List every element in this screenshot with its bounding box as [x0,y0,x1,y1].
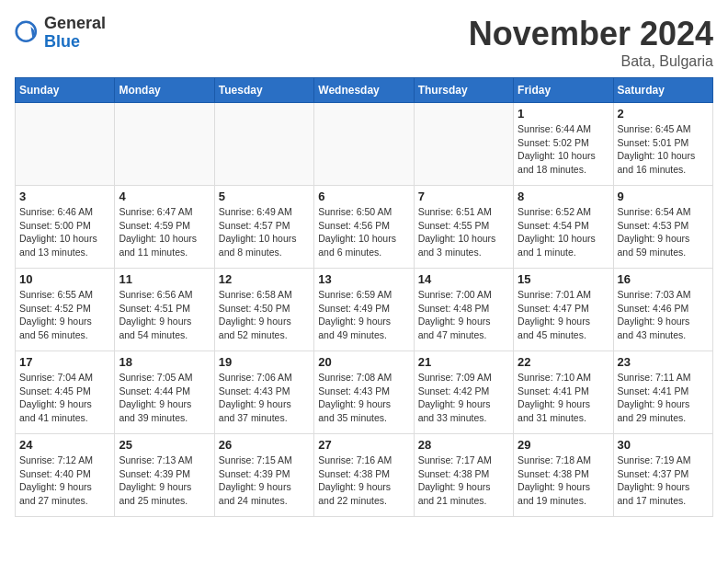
calendar-cell: 29Sunrise: 7:18 AM Sunset: 4:38 PM Dayli… [514,434,613,517]
day-info: Sunrise: 7:10 AM Sunset: 4:41 PM Dayligh… [518,371,609,425]
calendar-week-row: 1Sunrise: 6:44 AM Sunset: 5:02 PM Daylig… [16,103,713,186]
weekday-header: Saturday [613,78,712,103]
day-info: Sunrise: 7:15 AM Sunset: 4:39 PM Dayligh… [219,454,310,508]
calendar-cell: 20Sunrise: 7:08 AM Sunset: 4:43 PM Dayli… [314,351,414,434]
day-number: 26 [219,438,310,452]
day-info: Sunrise: 6:59 AM Sunset: 4:49 PM Dayligh… [318,288,409,342]
logo: General Blue [15,15,106,52]
day-number: 18 [119,355,210,369]
calendar-cell: 9Sunrise: 6:54 AM Sunset: 4:53 PM Daylig… [613,186,712,269]
calendar-week-row: 10Sunrise: 6:55 AM Sunset: 4:52 PM Dayli… [16,269,713,351]
calendar-table: SundayMondayTuesdayWednesdayThursdayFrid… [15,77,713,517]
day-number: 15 [518,272,609,286]
calendar-cell: 17Sunrise: 7:04 AM Sunset: 4:45 PM Dayli… [16,351,115,434]
day-number: 11 [119,272,210,286]
day-info: Sunrise: 7:08 AM Sunset: 4:43 PM Dayligh… [318,371,409,425]
day-number: 5 [219,190,310,203]
title-area: November 2024 Bata, Bulgaria [469,15,713,70]
day-info: Sunrise: 6:49 AM Sunset: 4:57 PM Dayligh… [219,205,310,259]
day-info: Sunrise: 7:16 AM Sunset: 4:38 PM Dayligh… [318,454,409,508]
day-info: Sunrise: 7:09 AM Sunset: 4:42 PM Dayligh… [418,371,509,425]
page-header: General Blue November 2024 Bata, Bulgari… [15,15,713,70]
day-number: 6 [318,190,409,203]
day-info: Sunrise: 6:46 AM Sunset: 5:00 PM Dayligh… [19,205,110,259]
day-number: 3 [19,190,110,203]
day-number: 29 [518,438,609,452]
day-number: 24 [19,438,110,452]
day-info: Sunrise: 6:47 AM Sunset: 4:59 PM Dayligh… [119,205,210,259]
calendar-cell: 28Sunrise: 7:17 AM Sunset: 4:38 PM Dayli… [414,434,513,517]
day-info: Sunrise: 7:18 AM Sunset: 4:38 PM Dayligh… [518,454,609,508]
calendar-cell: 24Sunrise: 7:12 AM Sunset: 4:40 PM Dayli… [16,434,115,517]
weekday-header-row: SundayMondayTuesdayWednesdayThursdayFrid… [16,78,713,103]
weekday-header: Friday [514,78,613,103]
calendar-cell: 14Sunrise: 7:00 AM Sunset: 4:48 PM Dayli… [414,269,513,351]
logo-text: General Blue [44,15,106,52]
calendar-cell: 15Sunrise: 7:01 AM Sunset: 4:47 PM Dayli… [514,269,613,351]
calendar-cell: 13Sunrise: 6:59 AM Sunset: 4:49 PM Dayli… [314,269,414,351]
calendar-cell: 7Sunrise: 6:51 AM Sunset: 4:55 PM Daylig… [414,186,513,269]
day-number: 27 [318,438,409,452]
calendar-week-row: 24Sunrise: 7:12 AM Sunset: 4:40 PM Dayli… [16,434,713,517]
day-info: Sunrise: 6:52 AM Sunset: 4:54 PM Dayligh… [518,205,609,259]
day-number: 9 [618,190,709,203]
calendar-cell [414,103,513,186]
calendar-cell: 6Sunrise: 6:50 AM Sunset: 4:56 PM Daylig… [314,186,414,269]
calendar-cell: 19Sunrise: 7:06 AM Sunset: 4:43 PM Dayli… [214,351,313,434]
weekday-header: Thursday [414,78,513,103]
calendar-cell: 10Sunrise: 6:55 AM Sunset: 4:52 PM Dayli… [16,269,115,351]
weekday-header: Monday [115,78,214,103]
calendar-cell [314,103,414,186]
day-number: 2 [618,107,709,121]
day-info: Sunrise: 7:05 AM Sunset: 4:44 PM Dayligh… [119,371,210,425]
day-number: 20 [318,355,409,369]
day-info: Sunrise: 7:01 AM Sunset: 4:47 PM Dayligh… [518,288,609,342]
calendar-cell: 25Sunrise: 7:13 AM Sunset: 4:39 PM Dayli… [115,434,214,517]
calendar-cell: 18Sunrise: 7:05 AM Sunset: 4:44 PM Dayli… [115,351,214,434]
calendar-cell: 26Sunrise: 7:15 AM Sunset: 4:39 PM Dayli… [214,434,313,517]
day-info: Sunrise: 6:51 AM Sunset: 4:55 PM Dayligh… [418,205,509,259]
calendar-cell: 16Sunrise: 7:03 AM Sunset: 4:46 PM Dayli… [613,269,712,351]
day-number: 4 [119,190,210,203]
day-number: 14 [418,272,509,286]
day-number: 17 [19,355,110,369]
calendar-cell [16,103,115,186]
day-info: Sunrise: 7:19 AM Sunset: 4:37 PM Dayligh… [618,454,709,508]
calendar-cell: 1Sunrise: 6:44 AM Sunset: 5:02 PM Daylig… [514,103,613,186]
calendar-cell: 23Sunrise: 7:11 AM Sunset: 4:41 PM Dayli… [613,351,712,434]
calendar-cell: 8Sunrise: 6:52 AM Sunset: 4:54 PM Daylig… [514,186,613,269]
calendar-week-row: 17Sunrise: 7:04 AM Sunset: 4:45 PM Dayli… [16,351,713,434]
day-info: Sunrise: 6:56 AM Sunset: 4:51 PM Dayligh… [119,288,210,342]
calendar-cell [214,103,313,186]
day-number: 16 [618,272,709,286]
day-number: 7 [418,190,509,203]
day-number: 1 [518,107,609,121]
calendar-cell: 21Sunrise: 7:09 AM Sunset: 4:42 PM Dayli… [414,351,513,434]
calendar-cell: 4Sunrise: 6:47 AM Sunset: 4:59 PM Daylig… [115,186,214,269]
day-info: Sunrise: 6:58 AM Sunset: 4:50 PM Dayligh… [219,288,310,342]
calendar-cell: 11Sunrise: 6:56 AM Sunset: 4:51 PM Dayli… [115,269,214,351]
logo-icon [15,20,40,46]
calendar-cell: 27Sunrise: 7:16 AM Sunset: 4:38 PM Dayli… [314,434,414,517]
day-number: 22 [518,355,609,369]
day-info: Sunrise: 7:12 AM Sunset: 4:40 PM Dayligh… [19,454,110,508]
day-info: Sunrise: 7:00 AM Sunset: 4:48 PM Dayligh… [418,288,509,342]
day-info: Sunrise: 7:03 AM Sunset: 4:46 PM Dayligh… [618,288,709,342]
day-number: 13 [318,272,409,286]
weekday-header: Tuesday [214,78,313,103]
day-number: 30 [618,438,709,452]
day-info: Sunrise: 6:55 AM Sunset: 4:52 PM Dayligh… [19,288,110,342]
day-number: 19 [219,355,310,369]
logo-general: General [44,15,106,33]
day-number: 23 [618,355,709,369]
day-info: Sunrise: 7:06 AM Sunset: 4:43 PM Dayligh… [219,371,310,425]
day-info: Sunrise: 7:17 AM Sunset: 4:38 PM Dayligh… [418,454,509,508]
day-number: 25 [119,438,210,452]
day-number: 8 [518,190,609,203]
day-info: Sunrise: 6:45 AM Sunset: 5:01 PM Dayligh… [618,122,709,177]
weekday-header: Sunday [16,78,115,103]
calendar-cell: 12Sunrise: 6:58 AM Sunset: 4:50 PM Dayli… [214,269,313,351]
logo-blue: Blue [44,33,106,52]
calendar-cell [115,103,214,186]
day-info: Sunrise: 6:50 AM Sunset: 4:56 PM Dayligh… [318,205,409,259]
